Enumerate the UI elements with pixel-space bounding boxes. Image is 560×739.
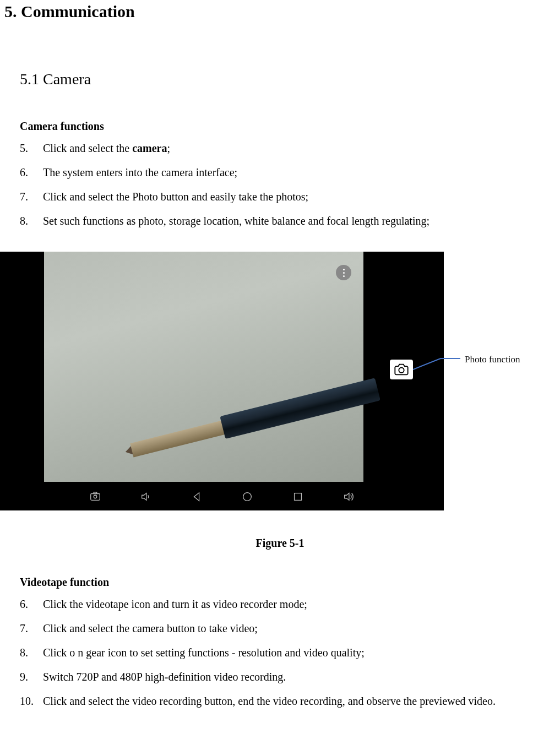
list-text: Click and select the video recording but… xyxy=(43,693,560,709)
camera-functions-list: 5. Click and select the camera; 6. The s… xyxy=(0,140,560,229)
svg-point-2 xyxy=(94,495,97,498)
list-item: 6. Click the videotape icon and turn it … xyxy=(20,596,560,612)
list-item: 6. The system enters into the camera int… xyxy=(20,165,560,180)
list-item: 8. Set such functions as photo, storage … xyxy=(20,213,560,229)
list-number: 10. xyxy=(20,693,43,709)
svg-point-0 xyxy=(399,368,404,373)
figure-wrap: Photo function xyxy=(0,252,560,510)
camera-screenshot xyxy=(0,252,444,510)
figure-caption: Figure 5-1 xyxy=(0,537,560,550)
list-item: 7. Click and select the camera button to… xyxy=(20,621,560,636)
list-number: 7. xyxy=(20,189,43,204)
list-number: 7. xyxy=(20,621,43,636)
svg-rect-1 xyxy=(91,494,100,501)
more-icon xyxy=(343,269,345,270)
list-number: 8. xyxy=(20,213,43,229)
list-number: 6. xyxy=(20,165,43,180)
svg-point-3 xyxy=(243,493,252,501)
list-text: Click and select the Photo button and ea… xyxy=(43,189,560,204)
more-options-button[interactable] xyxy=(336,265,351,280)
list-number: 9. xyxy=(20,669,43,684)
list-text: Set such functions as photo, storage loc… xyxy=(43,213,560,229)
list-text: Click o n gear icon to set setting funct… xyxy=(43,645,560,660)
list-text: The system enters into the camera interf… xyxy=(43,165,560,180)
more-icon xyxy=(343,275,345,277)
list-number: 6. xyxy=(20,596,43,612)
subsection-title-videotape: Videotape function xyxy=(0,576,560,589)
list-text: Click and select the camera button to ta… xyxy=(43,621,560,636)
videotape-functions-list: 6. Click the videotape icon and turn it … xyxy=(0,596,560,709)
list-item: 10. Click and select the video recording… xyxy=(20,693,560,709)
callout-line xyxy=(413,357,460,371)
home-icon[interactable] xyxy=(241,490,254,503)
list-text: Click the videotape icon and turn it as … xyxy=(43,596,560,612)
list-text: Click and select the camera; xyxy=(43,140,560,156)
android-nav-bar xyxy=(0,483,444,510)
back-icon[interactable] xyxy=(190,490,203,503)
list-item: 5. Click and select the camera; xyxy=(20,140,560,156)
list-text-pre: Click and select the xyxy=(43,142,132,154)
camera-icon xyxy=(394,363,409,376)
chapter-heading: 5. Communication xyxy=(0,0,560,21)
callout-label: Photo function xyxy=(465,354,520,365)
more-icon xyxy=(343,272,345,274)
camera-switch-icon[interactable] xyxy=(89,490,102,503)
list-item: 7. Click and select the Photo button and… xyxy=(20,189,560,204)
svg-rect-4 xyxy=(295,493,302,501)
pen-subject xyxy=(124,356,384,476)
camera-viewfinder xyxy=(44,252,363,482)
volume-down-icon[interactable] xyxy=(139,490,153,503)
shutter-button[interactable] xyxy=(390,360,413,379)
volume-up-icon[interactable] xyxy=(342,490,355,503)
list-text-post: ; xyxy=(167,142,170,154)
list-number: 5. xyxy=(20,140,43,156)
list-text-bold: camera xyxy=(132,142,167,154)
recent-apps-icon[interactable] xyxy=(291,490,305,503)
list-number: 8. xyxy=(20,645,43,660)
list-text: Switch 720P and 480P high-definition vid… xyxy=(43,669,560,684)
list-item: 9. Switch 720P and 480P high-definition … xyxy=(20,669,560,684)
list-item: 8. Click o n gear icon to set setting fu… xyxy=(20,645,560,660)
section-heading: 5.1 Camera xyxy=(0,70,560,88)
subsection-title-camera: Camera functions xyxy=(0,120,560,133)
